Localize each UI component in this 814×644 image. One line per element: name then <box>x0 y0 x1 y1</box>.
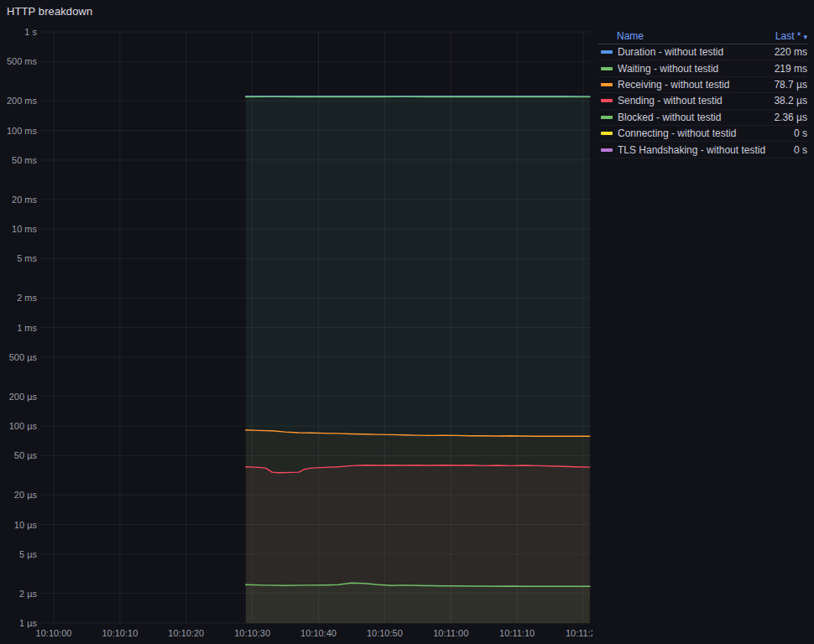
legend-header-last-label: Last * <box>775 30 801 42</box>
time-series-chart[interactable]: 1 s500 ms200 ms100 ms50 ms20 ms10 ms5 ms… <box>0 0 596 644</box>
x-axis-tick-label: 10:10:50 <box>367 628 403 639</box>
series-color-swatch[interactable] <box>601 116 613 119</box>
legend-header-name[interactable]: Name <box>617 30 644 42</box>
x-axis-tick-label: 10:10:10 <box>102 628 138 639</box>
series-color-swatch[interactable] <box>601 50 613 54</box>
series-color-swatch[interactable] <box>601 83 613 86</box>
series-last-value: 38.2 µs <box>774 95 807 106</box>
x-axis-tick-label: 10:11:10 <box>499 628 535 639</box>
y-axis-tick-label: 5 ms <box>17 253 37 263</box>
legend-row: Waiting - without testid 219 ms <box>597 60 807 76</box>
y-axis-tick-label: 20 µs <box>14 490 37 500</box>
y-axis-tick-label: 50 µs <box>14 450 37 460</box>
y-axis-tick-label: 2 ms <box>17 293 37 303</box>
series-name[interactable]: Blocked - without testid <box>618 112 774 123</box>
series-color-swatch[interactable] <box>601 67 613 70</box>
series-name[interactable]: TLS Handshaking - without testid <box>618 144 794 156</box>
series-name[interactable]: Waiting - without testid <box>618 63 775 75</box>
y-axis-tick-label: 500 µs <box>9 352 37 362</box>
x-axis-tick-label: 10:10:00 <box>36 628 72 639</box>
y-axis-tick-label: 50 ms <box>12 155 37 165</box>
series-color-swatch[interactable] <box>601 132 613 135</box>
y-axis-tick-label: 200 µs <box>9 392 37 402</box>
legend-row: TLS Handshaking - without testid 0 s <box>597 142 807 158</box>
legend-header-last-sort[interactable]: Last *▾ <box>775 30 807 42</box>
series-last-value: 220 ms <box>775 46 807 58</box>
series-last-value: 78.7 µs <box>774 79 807 91</box>
legend-row: Duration - without testid 220 ms <box>597 44 807 60</box>
legend-row: Receiving - without testid 78.7 µs <box>597 77 807 93</box>
y-axis-tick-label: 200 ms <box>7 96 37 106</box>
y-axis-tick-label: 1 s <box>24 27 37 37</box>
legend-header: Name Last *▾ <box>597 28 807 44</box>
x-axis-tick-label: 10:10:40 <box>300 628 337 639</box>
sort-desc-icon: ▾ <box>803 33 807 41</box>
y-axis-tick-label: 10 µs <box>14 520 37 530</box>
series-name[interactable]: Duration - without testid <box>618 46 775 58</box>
legend-row: Sending - without testid 38.2 µs <box>597 93 807 109</box>
y-axis-tick-label: 100 ms <box>7 126 37 136</box>
series-last-value: 219 ms <box>775 63 807 75</box>
legend-table: Name Last *▾ Duration - without testid 2… <box>597 28 814 158</box>
x-axis-tick-label: 10:11:20 <box>566 628 592 639</box>
series-color-swatch[interactable] <box>601 148 613 152</box>
series-color-swatch[interactable] <box>601 99 613 102</box>
series-last-value: 0 s <box>794 144 807 156</box>
series-name[interactable]: Sending - without testid <box>618 95 774 106</box>
y-axis-tick-label: 20 ms <box>12 195 37 205</box>
y-axis-tick-label: 100 µs <box>9 421 37 431</box>
y-axis-tick-label: 10 ms <box>12 224 37 234</box>
x-axis-tick-label: 10:11:00 <box>433 628 468 639</box>
series-last-value: 0 s <box>794 127 807 139</box>
series-name[interactable]: Connecting - without testid <box>618 127 794 139</box>
y-axis-tick-label: 500 ms <box>7 56 37 66</box>
series-last-value: 2.36 µs <box>774 112 807 123</box>
legend-row: Blocked - without testid 2.36 µs <box>597 110 807 126</box>
y-axis-tick-label: 1 µs <box>19 618 37 628</box>
y-axis-tick-label: 1 ms <box>17 323 37 333</box>
x-axis-tick-label: 10:10:20 <box>168 628 204 639</box>
y-axis-tick-label: 5 µs <box>19 549 37 559</box>
legend-row: Connecting - without testid 0 s <box>597 126 807 142</box>
series-name[interactable]: Receiving - without testid <box>618 79 774 91</box>
x-axis-tick-label: 10:10:30 <box>234 628 270 639</box>
x-axis: 10:10:0010:10:1010:10:2010:10:3010:10:40… <box>0 628 592 640</box>
y-axis: 1 s500 ms200 ms100 ms50 ms20 ms10 ms5 ms… <box>0 0 37 644</box>
y-axis-tick-label: 2 µs <box>19 589 37 599</box>
